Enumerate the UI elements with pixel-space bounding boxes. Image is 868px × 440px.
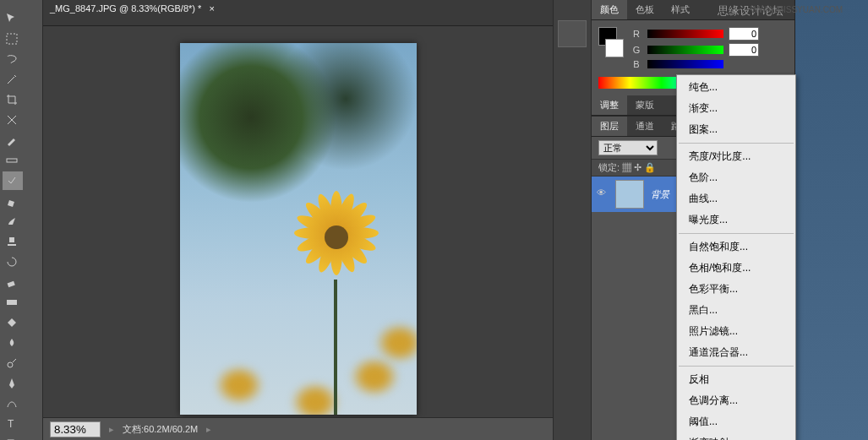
- r-slider[interactable]: [647, 30, 723, 38]
- menu-item[interactable]: 色阶...: [677, 167, 795, 188]
- background-swatch[interactable]: [605, 39, 624, 57]
- type-tool[interactable]: T: [3, 415, 23, 433]
- menu-item[interactable]: 反相: [677, 369, 795, 390]
- stamp-tool[interactable]: [3, 232, 23, 251]
- canvas-viewport[interactable]: [43, 26, 553, 417]
- watermark-url: WWW.MISSYUAN.COM: [751, 5, 843, 14]
- menu-item[interactable]: 色彩平衡...: [677, 279, 795, 300]
- menu-item[interactable]: 黑白...: [677, 300, 795, 321]
- menu-item[interactable]: 色调分离...: [677, 390, 795, 411]
- eraser-tool[interactable]: [3, 273, 23, 291]
- wand-tool[interactable]: [3, 70, 23, 89]
- freeform-pen-tool[interactable]: [3, 394, 23, 413]
- canvas-area: _MG_8847.JPG @ 8.33%(RGB/8*) * × ▸ 文档:60…: [43, 0, 553, 440]
- document-title: _MG_8847.JPG @ 8.33%(RGB/8*) *: [50, 3, 201, 14]
- canvas-image[interactable]: [180, 43, 417, 415]
- b-label: B: [631, 59, 642, 69]
- crop-tool[interactable]: [3, 90, 23, 109]
- lock-all-icon[interactable]: 🔒: [644, 162, 656, 172]
- lasso-tool[interactable]: [3, 50, 23, 68]
- lock-pixels-icon[interactable]: ▦: [622, 162, 631, 172]
- document-size: 文档:60.2M/60.2M: [123, 423, 198, 436]
- svg-rect-5: [7, 300, 17, 305]
- eyedropper-tool[interactable]: [3, 131, 23, 149]
- r-value[interactable]: [729, 27, 759, 41]
- menu-item[interactable]: 色相/饱和度...: [677, 258, 795, 279]
- menu-separator: [679, 143, 794, 144]
- tab-masks[interactable]: 蒙版: [627, 95, 663, 115]
- dock-icon-1[interactable]: [558, 20, 587, 47]
- svg-rect-3: [8, 244, 16, 246]
- brush-tool[interactable]: [3, 212, 23, 231]
- toolbox: T T: [0, 0, 43, 440]
- tab-swatches[interactable]: 色板: [627, 0, 663, 19]
- g-slider[interactable]: [647, 46, 723, 54]
- statusbar: ▸ 文档:60.2M/60.2M ▸: [43, 417, 553, 440]
- menu-item[interactable]: 亮度/对比度...: [677, 146, 795, 167]
- svg-rect-2: [9, 237, 14, 242]
- svg-text:T: T: [8, 418, 14, 430]
- blur-tool[interactable]: [3, 334, 23, 352]
- type-mask-tool[interactable]: T: [3, 435, 23, 440]
- document-tab[interactable]: _MG_8847.JPG @ 8.33%(RGB/8*) * ×: [43, 0, 553, 26]
- dodge-tool[interactable]: [3, 354, 23, 372]
- menu-item[interactable]: 曝光度...: [677, 209, 795, 231]
- menu-item[interactable]: 照片滤镜...: [677, 321, 795, 342]
- g-value[interactable]: [729, 43, 759, 57]
- menu-separator: [679, 366, 794, 367]
- lock-position-icon[interactable]: ✢: [634, 162, 641, 172]
- tab-styles[interactable]: 样式: [663, 0, 698, 19]
- r-label: R: [631, 29, 642, 39]
- adjustment-layer-menu: 纯色...渐变...图案...亮度/对比度...色阶...曲线...曝光度...…: [676, 74, 796, 440]
- menu-item[interactable]: 渐变映射...: [677, 432, 795, 440]
- svg-rect-1: [7, 159, 17, 162]
- history-brush-tool[interactable]: [3, 253, 23, 271]
- pencil-tool[interactable]: [3, 192, 23, 210]
- desktop-strip: [794, 0, 868, 440]
- menu-item[interactable]: 阈值...: [677, 411, 795, 432]
- lock-label: 锁定:: [598, 162, 620, 172]
- g-label: G: [631, 45, 642, 55]
- svg-point-6: [8, 362, 13, 367]
- menu-separator: [679, 233, 794, 234]
- tab-channels[interactable]: 通道: [627, 117, 663, 136]
- zoom-input[interactable]: [50, 421, 101, 437]
- layer-thumbnail[interactable]: [615, 180, 644, 209]
- tab-adjustments[interactable]: 调整: [592, 95, 627, 115]
- pen-tool[interactable]: [3, 374, 23, 393]
- b-slider[interactable]: [647, 60, 723, 68]
- menu-item[interactable]: 渐变...: [677, 98, 795, 119]
- blend-mode-select[interactable]: 正常: [598, 140, 658, 155]
- menu-item[interactable]: 纯色...: [677, 77, 795, 98]
- layer-name: 背景: [651, 188, 669, 201]
- marquee-tool[interactable]: [3, 30, 23, 48]
- menu-item[interactable]: 自然饱和度...: [677, 236, 795, 258]
- tab-color[interactable]: 颜色: [592, 0, 627, 19]
- panel-dock: [553, 0, 591, 440]
- healing-tool[interactable]: [3, 171, 23, 190]
- svg-rect-0: [7, 34, 17, 44]
- menu-item[interactable]: 曲线...: [677, 188, 795, 209]
- menu-item[interactable]: 通道混合器...: [677, 342, 795, 363]
- ruler-tool[interactable]: [3, 151, 23, 170]
- visibility-icon[interactable]: 👁: [597, 187, 610, 201]
- slice-tool[interactable]: [3, 111, 23, 129]
- move-tool[interactable]: [3, 9, 23, 28]
- bucket-tool[interactable]: [3, 313, 23, 332]
- close-icon[interactable]: ×: [209, 3, 214, 14]
- svg-rect-4: [8, 281, 15, 287]
- menu-item[interactable]: 图案...: [677, 119, 795, 140]
- tab-layers[interactable]: 图层: [592, 117, 627, 136]
- gradient-tool[interactable]: [3, 293, 23, 312]
